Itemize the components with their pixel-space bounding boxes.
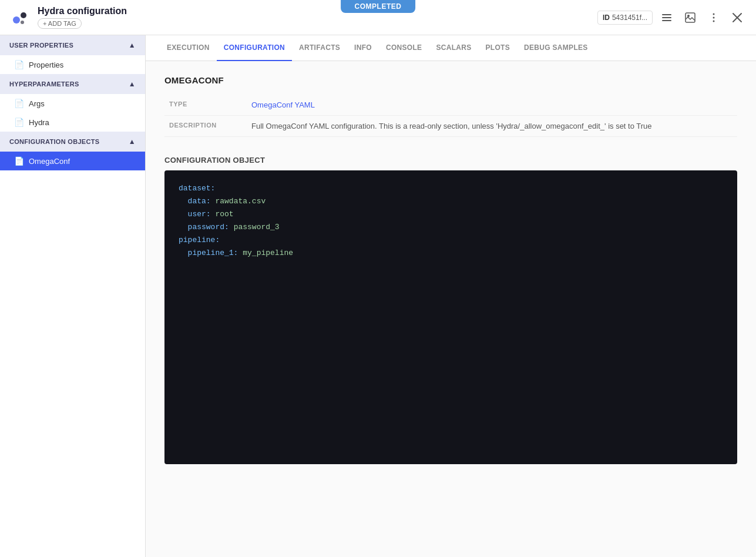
code-block[interactable]: dataset: data: rawdata.csv user: root pa… <box>164 170 737 464</box>
task-id-badge: ID 5431451f... <box>597 11 653 25</box>
user-properties-label: USER PROPERTIES <box>9 42 73 49</box>
more-menu-button[interactable] <box>704 8 723 27</box>
content-area: EXECUTION CONFIGURATION ARTIFACTS INFO C… <box>146 35 756 557</box>
sidebar-section-config-objects[interactable]: CONFIGURATION OBJECTS ▲ <box>0 132 145 152</box>
sidebar-section-user-properties[interactable]: USER PROPERTIES ▲ <box>0 35 145 55</box>
document-icon: 📄 <box>14 60 24 69</box>
main-layout: USER PROPERTIES ▲ 📄 Properties HYPERPARA… <box>0 35 756 557</box>
sidebar-item-hydra[interactable]: 📄 Hydra <box>0 113 145 132</box>
chevron-icon: ▲ <box>129 41 136 49</box>
tab-info[interactable]: INFO <box>347 35 379 61</box>
config-objects-label: CONFIGURATION OBJECTS <box>9 138 99 145</box>
sidebar-item-args[interactable]: 📄 Args <box>0 94 145 113</box>
sidebar-item-properties[interactable]: 📄 Properties <box>0 55 145 74</box>
sidebar-item-omegaconf[interactable]: 📄 OmegaConf <box>0 152 145 170</box>
close-button[interactable] <box>728 8 747 27</box>
type-label: TYPE <box>164 95 247 116</box>
svg-point-0 <box>13 16 20 24</box>
chevron-icon-3: ▲ <box>129 137 136 146</box>
tabs-bar: EXECUTION CONFIGURATION ARTIFACTS INFO C… <box>146 35 756 61</box>
tab-scalars[interactable]: SCALARS <box>429 35 478 61</box>
properties-label: Properties <box>29 61 63 69</box>
app-title: Hydra configuration <box>38 6 127 16</box>
svg-point-1 <box>21 12 26 18</box>
svg-rect-5 <box>662 20 671 21</box>
omegaconf-title: OMEGACONF <box>164 75 737 85</box>
hyperparameters-label: HYPERPARAMETERS <box>9 80 79 88</box>
hydra-label: Hydra <box>29 118 49 127</box>
top-bar-actions: ID 5431451f... <box>597 8 747 27</box>
sidebar: USER PROPERTIES ▲ 📄 Properties HYPERPARA… <box>0 35 146 557</box>
desc-label: DESCRIPTION <box>164 116 247 137</box>
tab-configuration[interactable]: CONFIGURATION <box>217 35 292 61</box>
svg-point-8 <box>713 13 715 15</box>
main-content: OMEGACONF TYPE OmegaConf YAML DESCRIPTIO… <box>146 61 756 557</box>
config-obj-title: CONFIGURATION OBJECT <box>164 156 737 165</box>
args-label: Args <box>29 99 45 108</box>
document-icon-2: 📄 <box>14 99 24 108</box>
desc-row: DESCRIPTION Full OmegaConf YAML configur… <box>164 116 737 137</box>
document-icon-3: 📄 <box>14 118 24 127</box>
tab-console[interactable]: CONSOLE <box>379 35 429 61</box>
svg-rect-3 <box>662 14 671 15</box>
image-view-button[interactable] <box>681 8 700 27</box>
list-view-button[interactable] <box>657 8 676 27</box>
type-value: OmegaConf YAML <box>247 95 737 116</box>
top-bar: COMPLETED Hydra configuration + ADD TAG … <box>0 0 756 35</box>
title-area: Hydra configuration + ADD TAG <box>38 6 127 29</box>
document-icon-4: 📄 <box>14 156 24 166</box>
app-logo <box>9 7 31 28</box>
svg-rect-4 <box>662 17 671 18</box>
type-row: TYPE OmegaConf YAML <box>164 95 737 116</box>
desc-value: Full OmegaConf YAML configuration. This … <box>247 116 737 137</box>
id-label: ID <box>603 14 610 22</box>
svg-point-10 <box>713 20 715 22</box>
omegaconf-label: OmegaConf <box>29 157 70 166</box>
tab-execution[interactable]: EXECUTION <box>160 35 217 61</box>
chevron-icon-2: ▲ <box>129 80 136 88</box>
info-table: TYPE OmegaConf YAML DESCRIPTION Full Ome… <box>164 95 737 137</box>
tab-artifacts[interactable]: ARTIFACTS <box>292 35 347 61</box>
tab-debug-samples[interactable]: DEBUG SAMPLES <box>517 35 595 61</box>
completed-banner: COMPLETED <box>341 0 416 13</box>
sidebar-section-hyperparameters[interactable]: HYPERPARAMETERS ▲ <box>0 74 145 94</box>
svg-point-2 <box>21 21 24 24</box>
svg-point-9 <box>713 16 715 18</box>
tab-plots[interactable]: PLOTS <box>479 35 518 61</box>
add-tag-button[interactable]: + ADD TAG <box>38 18 82 29</box>
id-value: 5431451f... <box>612 14 647 22</box>
